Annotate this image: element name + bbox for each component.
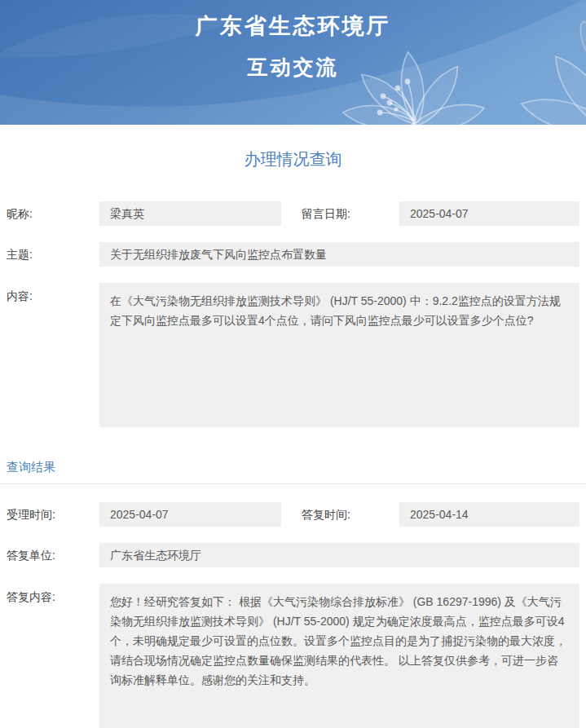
nickname-label: 昵称: — [7, 201, 99, 226]
site-subtitle: 互动交流 — [0, 54, 586, 81]
header-banner: 广东省生态环境厅 互动交流 — [0, 0, 586, 125]
reply-time-input[interactable]: 2025-04-14 — [399, 502, 579, 527]
main-content: 办理情况查询 昵称: 梁真英 留言日期: 2025-04-07 主题: 关于无组… — [0, 148, 586, 728]
page-title: 办理情况查询 — [7, 148, 579, 167]
subject-row: 主题: 关于无组织排放废气下风向监控点布置数量 — [7, 242, 579, 267]
reply-unit-input[interactable]: 广东省生态环境厅 — [99, 543, 579, 567]
nickname-input[interactable]: 梁真英 — [99, 201, 281, 226]
accept-time-label: 受理时间: — [7, 502, 99, 527]
subject-label: 主题: — [7, 242, 99, 267]
reply-unit-label: 答复单位: — [7, 543, 99, 567]
result-section: 受理时间: 2025-04-07 答复时间: 2025-04-14 答复单位: … — [7, 502, 579, 728]
section-divider — [0, 483, 586, 484]
accept-time-input[interactable]: 2025-04-07 — [99, 502, 281, 527]
nickname-date-row: 昵称: 梁真英 留言日期: 2025-04-07 — [7, 201, 579, 226]
content-row: 内容: 在《大气污染物无组织排放监测技术导则》 (HJ/T 55-2000) 中… — [7, 283, 579, 427]
subject-input[interactable]: 关于无组织排放废气下风向监控点布置数量 — [99, 242, 579, 267]
reply-content-row: 答复内容: 您好！经研究答复如下： 根据《大气污染物综合排放标准》 (GB 16… — [7, 584, 579, 728]
reply-time-label: 答复时间: — [281, 502, 399, 527]
query-form: 昵称: 梁真英 留言日期: 2025-04-07 主题: 关于无组织排放废气下风… — [7, 201, 579, 427]
message-date-label: 留言日期: — [281, 201, 399, 226]
result-section-heading: 查询结果 — [7, 460, 579, 475]
reply-content-label: 答复内容: — [7, 584, 99, 728]
content-textarea[interactable]: 在《大气污染物无组织排放监测技术导则》 (HJ/T 55-2000) 中：9.2… — [99, 283, 579, 427]
content-label: 内容: — [7, 283, 99, 427]
site-title: 广东省生态环境厅 — [0, 0, 586, 41]
message-date-input[interactable]: 2025-04-07 — [399, 201, 579, 226]
reply-content-textarea[interactable]: 您好！经研究答复如下： 根据《大气污染物综合排放标准》 (GB 16297-19… — [99, 584, 579, 728]
reply-unit-row: 答复单位: 广东省生态环境厅 — [7, 543, 579, 567]
times-row: 受理时间: 2025-04-07 答复时间: 2025-04-14 — [7, 502, 579, 527]
